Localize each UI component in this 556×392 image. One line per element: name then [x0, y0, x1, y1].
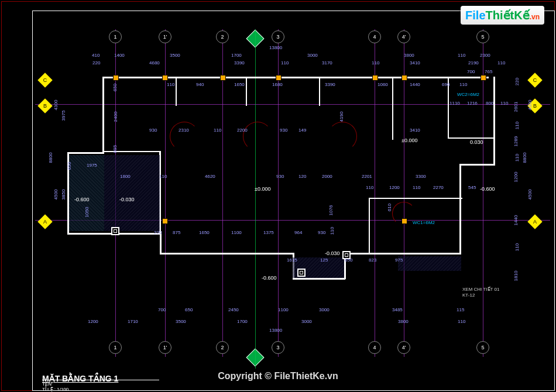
grid-bubble-1-bot: 1	[109, 341, 122, 354]
wall-right2	[493, 77, 495, 166]
level-zero1: ±0.000	[401, 137, 417, 143]
door3	[328, 122, 357, 151]
dim-r-2: 4500	[527, 190, 533, 200]
grid-bubble-5-bot: 5	[476, 341, 489, 354]
level-step3: -0.030	[325, 250, 340, 256]
logo-vn: .vn	[530, 13, 540, 21]
note-detail: XEM CHI TIẾT 01	[462, 287, 499, 292]
wall-int3	[246, 77, 247, 106]
dim-t1-3: 1700	[231, 53, 242, 58]
dim-r2-5: 1200	[513, 172, 519, 183]
dim-i2-7: 2201	[362, 174, 372, 179]
grid-bubble-3-top: 3	[272, 30, 284, 43]
dim-t3-8: 110	[459, 82, 467, 87]
dim-b1-2: 2450	[228, 307, 239, 312]
grid-bubble-1-top: 1	[109, 30, 122, 43]
wall-int1b	[102, 151, 161, 152]
logo-thiet: Thiết	[486, 9, 514, 22]
tb-scale-label: TỈ LỆ :	[42, 387, 56, 392]
dim-i5-4: 975	[395, 257, 403, 263]
grid-bubble-2-bot: 2	[216, 341, 229, 354]
dim-b2-2: 3500	[176, 319, 186, 324]
logo-file: File	[465, 9, 485, 22]
dim-i3-3: 2270	[433, 185, 444, 190]
column-2c	[220, 75, 226, 81]
dim-l-0: 4300	[53, 100, 59, 111]
wc-d1: 1216	[467, 101, 478, 106]
dim-i4-1: 875	[173, 230, 180, 235]
dim-t2-8: 110	[497, 60, 505, 66]
dim-t3-3: 1680	[272, 82, 283, 87]
wall-int8	[369, 198, 462, 199]
colsym-2	[297, 269, 306, 277]
dim-b1-3: 1100	[278, 307, 289, 312]
dim-l2-1: 2400	[113, 112, 118, 122]
grid-diamond-a-right: A	[527, 214, 542, 229]
room-wc1: WC1=6M2	[413, 220, 435, 225]
dim-l-1: 8800	[48, 153, 53, 163]
dim-b1-6: 115	[457, 307, 464, 312]
dim-i2-1: 1800	[120, 174, 131, 179]
wall-int4	[319, 77, 320, 106]
dim-t3-6: 1440	[410, 82, 420, 87]
dim-t3-0: 110	[167, 82, 174, 87]
dim-i4-6: 930	[318, 230, 325, 235]
level-step4: -0.600	[262, 275, 277, 281]
dim-l-2: 3975	[61, 111, 66, 121]
dim-overall-bot: 13800	[269, 328, 282, 333]
dim-t3-2: 1650	[234, 82, 245, 87]
wall-int9	[369, 198, 370, 253]
dim-b2-5: 3800	[398, 319, 409, 324]
column-4pc	[401, 75, 407, 81]
dim-r2-4: 110	[514, 154, 520, 161]
dim-i2-3: 4620	[205, 174, 215, 179]
grid-bubble-3-bot: 3	[272, 341, 284, 354]
dim-vi-3: 610	[387, 204, 392, 211]
dim-i4-2: 1650	[199, 230, 210, 235]
dim-i1-0: 930	[149, 128, 157, 133]
dim-t1-4: 3000	[307, 53, 318, 58]
dim-r2-6: 1440	[513, 215, 519, 226]
dim-b1-5: 3485	[392, 307, 403, 312]
dim-i4-4: 1375	[263, 230, 274, 235]
dim-i4-0: 220	[154, 230, 162, 235]
wall-bot2	[160, 253, 294, 255]
dim-i4-3: 1100	[231, 230, 242, 235]
grid-diamond-c-left: C	[37, 73, 52, 87]
title-block: TÊN TỈ LỆ : 1/100	[42, 380, 159, 392]
dim-r-0: 4300	[527, 100, 533, 111]
column-1c	[113, 75, 119, 81]
dim-t2-0: 220	[92, 60, 100, 66]
dim-t1-6: 110	[458, 53, 465, 58]
dim-l2-2: 895	[112, 145, 118, 153]
dim-t2-6: 3410	[410, 60, 420, 66]
dim-t3-10: 765	[485, 69, 492, 74]
level-step1: -0.030	[119, 197, 135, 202]
level-zero2: ±0.000	[255, 186, 270, 192]
dim-i5-2: 650	[345, 257, 352, 263]
wall-top	[102, 77, 489, 78]
dim-b2-0: 1200	[88, 319, 98, 324]
dim-i1-2: 110	[214, 128, 221, 133]
dim-overall-top: 13800	[269, 45, 282, 50]
grid-bubble-4-bot: 4	[368, 341, 381, 354]
grid-diamond-a-left: A	[37, 214, 52, 229]
dim-t3-4: 3390	[325, 82, 335, 87]
dim-l2-4: 1050	[84, 207, 90, 218]
dim-t2-2: 3390	[234, 60, 245, 66]
dim-t1-2: 3500	[170, 53, 180, 58]
dim-i3-4: 545	[468, 185, 476, 190]
wall-step-right	[459, 164, 495, 166]
grid-bubble-4p-top: 4'	[397, 30, 410, 43]
hatch-step2	[398, 256, 461, 271]
dim-t1-1: 1400	[114, 53, 125, 58]
wall-bot3	[293, 278, 345, 280]
note-detail-ref: KT-12	[462, 293, 475, 298]
grid-bubble-1p-bot: 1'	[159, 341, 171, 354]
dim-r2-0: 220	[514, 78, 520, 85]
dim-b2-1: 1710	[128, 319, 138, 324]
dim-i2-8: 3300	[416, 174, 426, 179]
dim-i1-5: 149	[298, 128, 306, 133]
dim-l2-3: 650	[67, 162, 72, 170]
dim-r2-7: 110	[514, 243, 520, 251]
